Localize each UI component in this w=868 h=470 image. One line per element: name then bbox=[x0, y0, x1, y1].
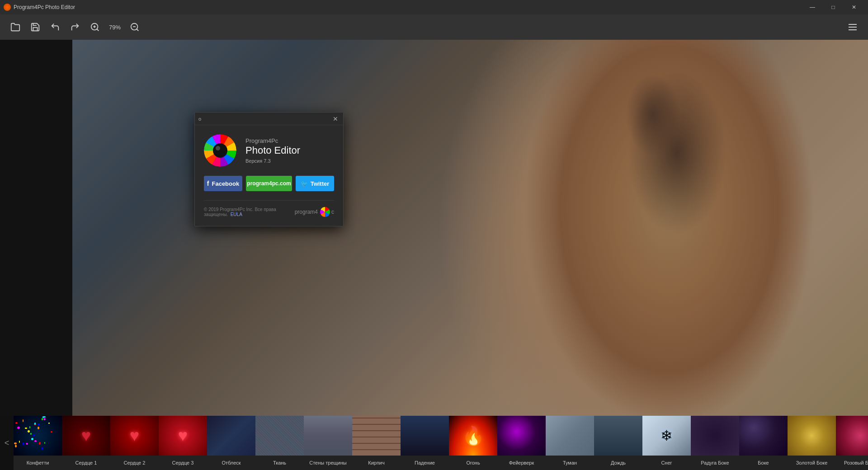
version-info: Версия 7.3 bbox=[245, 158, 334, 164]
footer-logo-circle bbox=[320, 207, 330, 217]
undo-button[interactable] bbox=[47, 19, 63, 35]
filmstrip-item[interactable]: Кирпич bbox=[352, 416, 401, 470]
dialog-footer: © 2019 Program4Pc Inc. Все права защищен… bbox=[204, 200, 334, 217]
titlebar-title: Program4Pc Photo Editor bbox=[14, 4, 75, 10]
filmstrip-item-overlay bbox=[642, 416, 691, 470]
facebook-icon: f bbox=[207, 180, 209, 187]
zoom-in-button[interactable] bbox=[87, 19, 103, 35]
filmstrip-item[interactable]: Отблеск bbox=[207, 416, 255, 470]
website-label: program4pc.com bbox=[247, 180, 291, 187]
dialog-title: о bbox=[198, 116, 201, 122]
about-dialog-overlay: о ✕ Program4Pc Photo Editor bbox=[0, 40, 868, 416]
filmstrip-item[interactable]: ❄Снег bbox=[642, 416, 691, 470]
footer-brand: program4 c bbox=[295, 207, 334, 217]
svg-line-5 bbox=[137, 29, 138, 31]
dialog-header: Program4Pc Photo Editor Версия 7.3 bbox=[204, 134, 334, 167]
filmstrip-item-overlay bbox=[594, 416, 642, 470]
facebook-label: Facebook bbox=[212, 180, 239, 187]
redo-button[interactable] bbox=[67, 19, 83, 35]
filmstrip-item[interactable]: Боке bbox=[739, 416, 788, 470]
app-icon bbox=[4, 4, 11, 11]
filmstrip-item[interactable]: Стены трещины bbox=[304, 416, 352, 470]
filmstrip-item-overlay bbox=[159, 416, 207, 470]
menu-button[interactable] bbox=[844, 19, 861, 35]
filmstrip-item-overlay bbox=[836, 416, 868, 470]
filmstrip-item-overlay bbox=[207, 416, 255, 470]
filmstrip-item[interactable]: 🔥Огонь bbox=[449, 416, 497, 470]
filmstrip-item[interactable]: Дождь bbox=[594, 416, 642, 470]
website-button[interactable]: program4pc.com bbox=[246, 176, 292, 191]
filmstrip-item-overlay bbox=[497, 416, 546, 470]
filmstrip: < Конфетти♥Сердце 1♥Сердце 2♥Сердце 3Отб… bbox=[0, 416, 868, 470]
zoom-level: 79% bbox=[107, 24, 123, 31]
copyright-text: © 2019 Program4Pc Inc. Все права защищен… bbox=[204, 207, 295, 217]
filmstrip-item[interactable]: Конфетти bbox=[14, 416, 62, 470]
about-dialog: о ✕ Program4Pc Photo Editor bbox=[194, 112, 344, 226]
app-info: Program4Pc Photo Editor Версия 7.3 bbox=[245, 137, 334, 163]
footer-brand-suffix: c bbox=[331, 209, 334, 215]
titlebar-left: Program4Pc Photo Editor bbox=[4, 4, 75, 11]
app-name: Photo Editor bbox=[245, 145, 334, 156]
twitter-label: Twitter bbox=[311, 180, 330, 187]
filmstrip-item-overlay bbox=[14, 416, 62, 470]
minimize-button[interactable]: — bbox=[802, 0, 823, 14]
filmstrip-item[interactable]: Радуга Боке bbox=[691, 416, 739, 470]
filmstrip-items: Конфетти♥Сердце 1♥Сердце 2♥Сердце 3Отбле… bbox=[14, 416, 868, 470]
filmstrip-item-overlay bbox=[352, 416, 401, 470]
filmstrip-item-overlay bbox=[255, 416, 304, 470]
open-button[interactable] bbox=[7, 19, 24, 35]
filmstrip-item-overlay bbox=[401, 416, 449, 470]
eula-link[interactable]: EULA bbox=[231, 212, 242, 217]
filmstrip-item[interactable]: ♥Сердце 2 bbox=[110, 416, 159, 470]
filmstrip-item-overlay bbox=[110, 416, 159, 470]
svg-line-1 bbox=[97, 29, 99, 31]
filmstrip-item[interactable]: Ткань bbox=[255, 416, 304, 470]
toolbar: 79% bbox=[0, 14, 868, 40]
social-buttons: f Facebook program4pc.com 🐦 Twitter bbox=[204, 176, 334, 191]
app-logo bbox=[204, 134, 236, 167]
facebook-button[interactable]: f Facebook bbox=[204, 176, 242, 191]
titlebar: Program4Pc Photo Editor — □ ✕ bbox=[0, 0, 868, 14]
filmstrip-item-overlay bbox=[739, 416, 788, 470]
zoom-out-button[interactable] bbox=[127, 19, 143, 35]
filmstrip-item[interactable]: ♥Сердце 3 bbox=[159, 416, 207, 470]
logo-pupil bbox=[213, 143, 227, 158]
filmstrip-item-overlay bbox=[788, 416, 836, 470]
brand-name: Program4Pc bbox=[245, 137, 334, 144]
twitter-button[interactable]: 🐦 Twitter bbox=[296, 176, 334, 191]
toolbar-right bbox=[844, 19, 861, 35]
filmstrip-item[interactable]: Фейерверк bbox=[497, 416, 546, 470]
save-button[interactable] bbox=[27, 19, 43, 35]
maximize-button[interactable]: □ bbox=[823, 0, 844, 14]
logo-rainbow bbox=[204, 134, 236, 167]
filmstrip-item[interactable]: Туман bbox=[546, 416, 594, 470]
titlebar-controls: — □ ✕ bbox=[802, 0, 864, 14]
filmstrip-item-overlay bbox=[691, 416, 739, 470]
filmstrip-item-overlay bbox=[304, 416, 352, 470]
dialog-close-button[interactable]: ✕ bbox=[331, 115, 340, 123]
filmstrip-item-overlay bbox=[449, 416, 497, 470]
version-label: Версия bbox=[245, 158, 262, 164]
dialog-titlebar: о ✕ bbox=[195, 113, 343, 125]
filmstrip-item-overlay bbox=[546, 416, 594, 470]
close-button[interactable]: ✕ bbox=[844, 0, 864, 14]
filmstrip-prev-button[interactable]: < bbox=[0, 416, 14, 470]
filmstrip-item[interactable]: Розовый Боке bbox=[836, 416, 868, 470]
main-canvas-area: о ✕ Program4Pc Photo Editor bbox=[0, 40, 868, 416]
version-number: 7.3 bbox=[264, 158, 270, 164]
filmstrip-item[interactable]: Падение bbox=[401, 416, 449, 470]
dialog-content: Program4Pc Photo Editor Версия 7.3 f Fac… bbox=[195, 125, 343, 226]
footer-brand-text: program4 bbox=[295, 209, 318, 215]
filmstrip-item[interactable]: ♥Сердце 1 bbox=[62, 416, 110, 470]
filmstrip-item-overlay bbox=[62, 416, 110, 470]
twitter-icon: 🐦 bbox=[301, 180, 308, 187]
filmstrip-item[interactable]: Золотой Боке bbox=[788, 416, 836, 470]
